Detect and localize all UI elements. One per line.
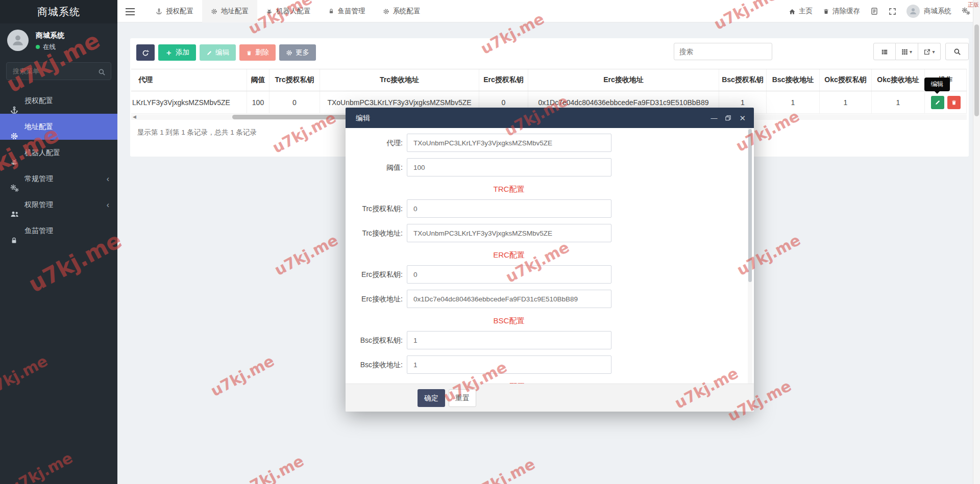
field-label: 阈值: (346, 158, 403, 176)
cogs-icon[interactable] (962, 7, 971, 15)
tab-机器人配置[interactable]: 机器人配置 (257, 0, 320, 22)
close-icon[interactable]: ✕ (739, 114, 746, 122)
erc-key-input[interactable] (407, 265, 611, 284)
caret-down-icon: ▾ (910, 49, 912, 55)
agent-input[interactable] (407, 134, 611, 152)
fullscreen-icon[interactable] (889, 8, 896, 15)
bsc-key-input[interactable] (407, 331, 611, 349)
edit-dialog: 编辑 — ✕ 代理: 阈值: TRC配置 Trc授权私钥: Trc接收地址: E… (346, 108, 754, 412)
search-icon[interactable] (98, 67, 106, 77)
table-search-input[interactable] (674, 43, 772, 60)
column-header: Trc接收地址 (320, 69, 479, 91)
trc-key-input[interactable] (407, 199, 611, 218)
add-button[interactable]: ＋添加 (158, 44, 196, 61)
vertical-scrollbar[interactable] (748, 128, 752, 384)
column-header: Okc接收地址 (872, 69, 925, 91)
trc-address-input[interactable] (407, 224, 611, 242)
trash-icon (951, 99, 957, 106)
sidebar-item-label: 权限管理 (24, 192, 53, 218)
erc-section-heading: ERC配置 (346, 248, 672, 261)
export-button[interactable]: ▾ (918, 43, 941, 60)
user-menu[interactable]: 商城系统 (906, 5, 951, 18)
okc-section-heading: OKC配置 (346, 380, 672, 384)
edit-tooltip: 编辑 (924, 78, 950, 91)
columns-button[interactable]: ▾ (896, 43, 918, 60)
sidebar-item-label: 机器人配置 (24, 140, 60, 166)
column-header: Bsc授权私钥 (719, 69, 767, 91)
sidebar-item-label: 地址配置 (24, 114, 53, 140)
column-header: 阈值 (247, 69, 270, 91)
clear-cache-link[interactable]: 清除缓存 (823, 7, 860, 16)
bsc-address-input[interactable] (407, 355, 611, 374)
sidebar-search (6, 62, 111, 80)
lock-icon (10, 227, 18, 253)
sidebar-item-label: 常规管理 (24, 166, 53, 192)
user-label: 商城系统 (924, 7, 951, 16)
tab-系统配置[interactable]: 系统配置 (374, 0, 429, 22)
refresh-button[interactable] (136, 44, 155, 61)
erc-address-input[interactable] (407, 290, 611, 308)
caret-down-icon: ▾ (932, 49, 935, 55)
delete-button[interactable]: 删除 (239, 44, 276, 61)
column-header: Trc授权私钥 (270, 69, 320, 91)
table-search (674, 43, 772, 60)
scroll-left-arrow-icon[interactable]: ◀ (133, 114, 136, 119)
sidebar-item-授权配置[interactable]: 授权配置 (0, 88, 117, 114)
form-row-bsc-key: Bsc授权私钥: (346, 331, 754, 349)
home-link[interactable]: 主页 (789, 7, 813, 16)
page-scrollbar[interactable] (973, 0, 980, 484)
sidebar-item-地址配置[interactable]: 地址配置 (0, 114, 117, 140)
field-label: Trc授权私钥: (346, 199, 403, 218)
avatar (906, 5, 920, 18)
data-table: 代理阈值Trc授权私钥Trc接收地址Erc授权私钥Erc接收地址Bsc授权私钥B… (131, 69, 967, 114)
tab-鱼苗管理[interactable]: 鱼苗管理 (320, 0, 374, 22)
search-toggle-button[interactable] (945, 43, 969, 60)
search-icon (953, 47, 961, 56)
sidebar-search-input[interactable] (7, 63, 93, 80)
table-cell: LKrLYF3y3VjxgksMZSMbv5ZE (131, 91, 247, 113)
anchor-icon (156, 7, 162, 15)
bsc-section-heading: BSC配置 (346, 314, 672, 327)
row-delete-button[interactable] (947, 96, 961, 109)
language-icon[interactable] (870, 7, 878, 15)
sidebar-item-鱼苗管理[interactable]: 鱼苗管理 (0, 218, 117, 244)
toggle-view-button[interactable] (873, 43, 896, 60)
minimize-icon[interactable]: — (710, 115, 717, 121)
home-icon (789, 7, 796, 15)
online-dot-icon (36, 45, 40, 49)
tab-授权配置[interactable]: 授权配置 (147, 0, 202, 22)
sidebar-item-常规管理[interactable]: 常规管理 ‹ (0, 166, 117, 192)
threshold-input[interactable] (407, 158, 611, 176)
user-panel: 商城系统 在线 (0, 23, 117, 59)
scrollbar-thumb[interactable] (748, 129, 752, 282)
column-header: 代理 (131, 69, 247, 91)
menu-toggle-icon[interactable] (126, 6, 136, 17)
robot-icon (266, 7, 273, 15)
gear-icon (211, 7, 217, 15)
column-header: Bsc接收地址 (767, 69, 820, 91)
app-title: 商城系统 (0, 0, 117, 23)
reset-button[interactable]: 重置 (449, 389, 476, 407)
form-row-trc-address: Trc接收地址: (346, 224, 754, 242)
scrollbar-thumb[interactable] (974, 24, 979, 116)
navbar-right: 主页 清除缓存 商城系统 (789, 0, 971, 22)
top-navbar: 授权配置 地址配置 机器人配置 鱼苗管理 系统配置 主页 清除缓存 商城系统 (117, 0, 980, 22)
nav-tabs: 授权配置 地址配置 机器人配置 鱼苗管理 系统配置 (147, 0, 429, 22)
person-icon (11, 34, 24, 47)
confirm-button[interactable]: 确定 (418, 389, 445, 407)
dialog-header[interactable]: 编辑 — ✕ (346, 108, 754, 128)
sidebar-item-权限管理[interactable]: 权限管理 ‹ (0, 192, 117, 218)
edit-button[interactable]: 编辑 (200, 44, 236, 61)
gear-icon (286, 49, 292, 57)
row-edit-button[interactable] (931, 96, 944, 109)
dialog-title: 编辑 (356, 114, 370, 122)
grid-icon (901, 47, 908, 56)
more-button[interactable]: 更多 (279, 44, 316, 61)
sidebar: 商城系统 商城系统 在线 授权配置 地址配置 机器人配置 常规管理 ‹ (0, 0, 117, 484)
sidebar-item-机器人配置[interactable]: 机器人配置 (0, 140, 117, 166)
watermark: u7kj.me (208, 352, 277, 400)
maximize-icon[interactable] (725, 114, 731, 121)
table-header-row: 代理阈值Trc授权私钥Trc接收地址Erc授权私钥Erc接收地址Bsc授权私钥B… (131, 69, 967, 91)
table-cell: 100 (247, 91, 270, 113)
tab-地址配置[interactable]: 地址配置 (202, 0, 257, 22)
